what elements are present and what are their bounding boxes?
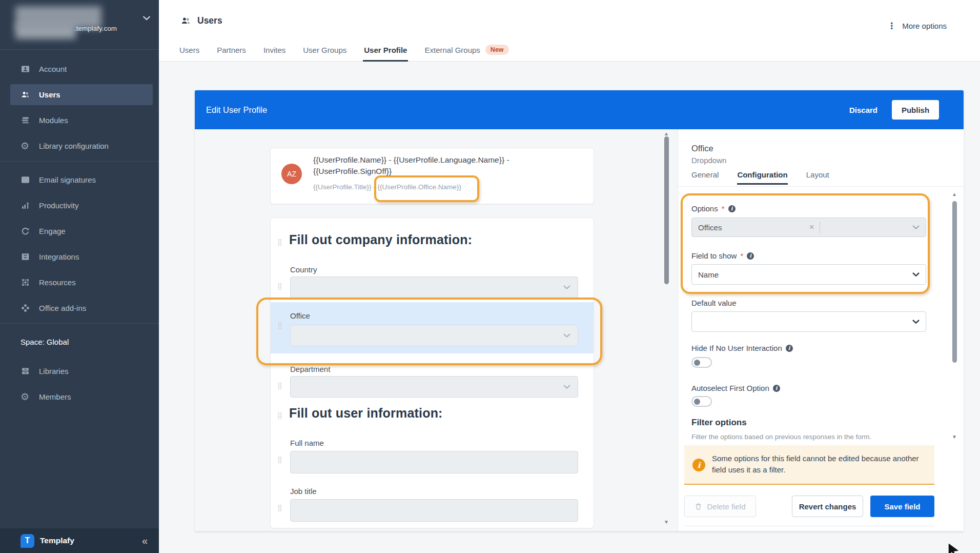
space-label: Space: Global [0,331,159,347]
drag-handle-icon[interactable]: ⣿ [277,239,282,245]
templafy-logo-icon: T [21,534,34,548]
info-icon[interactable]: i [786,345,793,352]
field-to-show-label: Field to show * i [691,251,754,260]
sidebar-item-label: Users [39,90,60,99]
sidebar-item-members[interactable]: ⚙ Members [10,386,153,407]
tenant-switcher[interactable]: .templafy.com [0,0,159,50]
panel-field-title: Office [691,144,713,153]
department-select[interactable] [290,376,578,398]
field-configuration-panel: Office Dropdown General Configuration La… [678,129,964,531]
options-select-value: Offices [698,223,722,232]
scroll-down-icon[interactable]: ▼ [952,434,957,440]
options-select[interactable]: Offices × [691,218,926,237]
sidebar-item-resources[interactable]: Resources [10,272,153,293]
tab-configuration[interactable]: Configuration [737,170,787,185]
gear-icon: ⚙ [21,392,30,402]
screen: .templafy.com Account Users [0,0,980,553]
tab-general[interactable]: General [691,170,719,185]
full-name-input[interactable] [290,451,578,473]
sidebar-item-label: Library configuration [39,142,109,150]
autoselect-first-option-label: Autoselect First Option i [691,384,780,392]
tab-external-groups[interactable]: External Groups New [423,45,509,62]
profile-template-card[interactable]: AZ {{UserProfile.Name}} - {{UserProfile.… [270,148,594,204]
tab-users[interactable]: Users [178,45,200,62]
sidebar-item-users[interactable]: Users [10,84,153,105]
sidebar-item-label: Engage [39,227,66,235]
department-label: Department [290,365,330,373]
panel-bottom-border [684,526,934,526]
sidebar-item-engage[interactable]: Engage [10,221,153,242]
revert-changes-button[interactable]: Revert changes [792,496,863,517]
info-icon[interactable]: i [773,385,780,392]
info-icon[interactable]: i [728,205,736,212]
default-value-select[interactable] [691,311,926,332]
sidebar-item-account[interactable]: Account [10,58,153,80]
tab-user-groups[interactable]: User Groups [302,45,348,62]
drag-handle-icon[interactable]: ⣿ [277,456,282,463]
sidebar-item-libraries[interactable]: Libraries [10,361,153,382]
field-to-show-select[interactable]: Name [691,264,926,285]
chevron-down-icon [563,385,570,389]
sidebar-item-integrations[interactable]: Integrations [10,246,153,267]
info-icon[interactable]: i [747,252,754,260]
hide-if-no-user-interaction-label: Hide If No User Interaction i [691,344,793,352]
field-to-show-value: Name [698,270,719,279]
sidebar-item-email-signatures[interactable]: Email signatures [10,169,153,190]
kebab-menu-icon: ⋮ [887,21,896,31]
panel-separator [678,186,964,187]
job-title-input[interactable] [290,499,578,522]
signature-pen-icon [21,175,30,185]
more-options-label: More options [902,22,947,30]
country-select[interactable] [290,276,578,298]
office-select[interactable] [290,325,578,346]
drag-handle-icon[interactable]: ⣿ [277,283,282,289]
more-options-button[interactable]: ⋮ More options [887,21,947,31]
main-scrollbar-thumb[interactable] [664,136,669,284]
scroll-up-icon[interactable]: ▲ [952,192,957,197]
filter-options-title: Filter options [691,418,747,428]
office-label: Office [290,311,310,320]
template-office-token: {{UserProfile.Office.Name}} [378,183,461,191]
toggle-knob [694,399,700,405]
grid-icon [21,278,30,287]
chevron-down-icon[interactable] [142,13,151,23]
warning-banner: i Some options for this field cannot be … [684,445,934,485]
delete-field-button[interactable]: Delete field [684,496,756,517]
chevron-down-icon [912,225,920,229]
drag-handle-icon[interactable]: ⣿ [277,382,282,389]
users-icon [21,90,30,100]
sidebar-item-modules[interactable]: Modules [10,110,153,131]
discard-button[interactable]: Discard [849,106,877,114]
publish-button[interactable]: Publish [892,100,939,120]
sidebar-footer: T Templafy « [0,528,159,553]
sidebar-item-office-add-ins[interactable]: Office add-ins [10,298,153,319]
tab-user-profile[interactable]: User Profile [363,45,408,62]
sidebar-item-label: Productivity [39,201,79,210]
scroll-up-icon[interactable]: ▲ [664,131,669,136]
drag-handle-icon[interactable]: ⣿ [277,412,282,419]
mouse-cursor [946,542,964,553]
gear-icon: ⚙ [21,141,30,151]
save-field-button[interactable]: Save field [870,496,934,517]
drag-handle-icon[interactable]: ⣿ [277,504,282,511]
chart-arrow-icon [21,201,30,210]
clear-icon[interactable]: × [809,222,820,232]
chevron-down-icon [912,272,920,276]
panel-field-type: Dropdown [691,156,726,165]
autoselect-first-option-toggle[interactable] [691,396,712,407]
drag-handle-icon[interactable]: ⣿ [277,322,282,328]
panel-scrollbar-thumb[interactable] [952,201,957,363]
tab-invites[interactable]: Invites [262,45,287,62]
template-subtitle: {{UserProfile.Title}} - {{UserProfile.Of… [313,182,585,192]
office-field-row-selected[interactable]: ⣿ Office [271,302,594,353]
tab-layout[interactable]: Layout [806,170,829,185]
sidebar-item-library-configuration[interactable]: ⚙ Library configuration [10,135,153,156]
hide-if-no-user-interaction-toggle[interactable] [691,357,712,368]
tab-partners[interactable]: Partners [216,45,247,62]
scroll-down-icon[interactable]: ▼ [664,520,669,525]
sidebar-item-label: Account [39,65,67,73]
sidebar-item-productivity[interactable]: Productivity [10,195,153,216]
collapse-sidebar-icon[interactable]: « [142,536,148,546]
sidebar-divider [0,323,159,324]
template-title-line1: {{UserProfile.Name}} - {{UserProfile.Lan… [313,154,585,166]
